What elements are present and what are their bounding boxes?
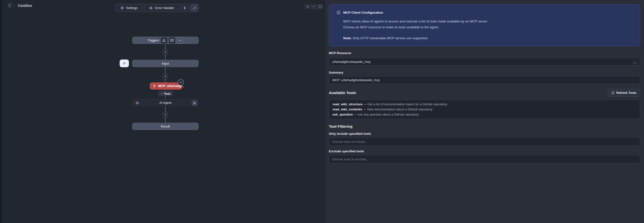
- error-handler-button[interactable]: Error Handler: [144, 4, 179, 11]
- magic-wand-button[interactable]: [190, 4, 198, 11]
- tool-row: read_wiki_structure — Get a list of docu…: [332, 102, 636, 107]
- tool-name: ask_question: [332, 113, 353, 116]
- add-step-button-3[interactable]: +: [162, 112, 168, 117]
- add-trigger-button[interactable]: +: [177, 37, 183, 44]
- add-tool-label: Tool: [164, 92, 170, 96]
- zoom-out-button[interactable]: −: [311, 4, 317, 9]
- run-flow-button[interactable]: [120, 59, 129, 67]
- node-result-label: Result: [161, 125, 170, 128]
- mcp-config-panel: MCP Client Configuration MCP clients all…: [324, 0, 644, 223]
- add-step-button-1[interactable]: +: [162, 49, 168, 55]
- node-result[interactable]: Result: [132, 123, 199, 130]
- connector-line: [165, 106, 166, 112]
- tool-description: — Ask any question about a GitHub reposi…: [353, 113, 419, 116]
- include-tools-input[interactable]: [329, 137, 640, 146]
- tool-row: read_wiki_contents — View documentation …: [332, 107, 636, 112]
- collapsed-sidebar[interactable]: [0, 0, 3, 223]
- email-trigger-icon[interactable]: [169, 37, 175, 44]
- exclude-tools-label: Exclude specified tools: [329, 149, 640, 153]
- plus-icon: +: [161, 92, 163, 96]
- exclude-tools-input[interactable]: [329, 155, 640, 163]
- node-input[interactable]: Input: [132, 60, 199, 67]
- mcp-resource-label: MCP Resource: [329, 51, 640, 55]
- summary-input[interactable]: [329, 76, 640, 84]
- tool-filtering-title: Tool Filtering: [329, 124, 640, 129]
- refresh-tools-button[interactable]: Refresh Tools: [608, 89, 640, 97]
- available-tools-title: Available Tools: [329, 91, 356, 95]
- robot-icon: [135, 99, 140, 106]
- connector-line: [165, 67, 166, 74]
- mcp-resource-input[interactable]: [329, 58, 640, 66]
- fit-view-icon[interactable]: [317, 4, 323, 9]
- info-icon: [336, 10, 340, 15]
- zoom-controls: + −: [304, 4, 323, 9]
- add-tool-button[interactable]: + Tool: [158, 91, 173, 96]
- play-icon: [122, 61, 126, 65]
- settings-label: Settings: [126, 6, 138, 10]
- connector-line: [165, 117, 166, 123]
- flow-header: Dataflow: [7, 3, 32, 7]
- node-input-label: Input: [162, 62, 169, 65]
- dollar-label: $: [184, 6, 186, 10]
- flow-toggle[interactable]: [7, 3, 15, 7]
- node-triggers-label: Triggers: [148, 38, 159, 42]
- connector-line: [165, 79, 166, 82]
- canvas-toolbar: ⚙ Settings Error Handler $: [114, 3, 200, 13]
- add-step-button-2[interactable]: +: [162, 74, 168, 79]
- node-ai-agent-label: AI Agent: [160, 101, 172, 105]
- info-note: Note: Only HTTP streamable MCP servers a…: [343, 36, 632, 40]
- flow-canvas[interactable]: Dataflow ⚙ Settings Error Handler $: [3, 0, 324, 223]
- agent-variable-badge: a: [192, 100, 197, 106]
- note-label: Note:: [343, 36, 352, 40]
- dollar-button[interactable]: $: [181, 4, 188, 11]
- info-line-1: MCP clients allow AI agents to access an…: [343, 18, 632, 24]
- plug-icon: [152, 84, 156, 88]
- node-mcp-tool[interactable]: MCP: u/farhadgl...: [150, 82, 182, 90]
- mcp-info-box: MCP Client Configuration MCP clients all…: [329, 4, 640, 46]
- tool-description: — View documentation about a GitHub repo…: [362, 107, 432, 111]
- error-handler-label: Error Handler: [155, 6, 174, 10]
- node-ai-agent[interactable]: AI Agent a: [132, 99, 199, 106]
- available-tools-list: read_wiki_structure — Get a list of docu…: [329, 100, 640, 119]
- settings-button[interactable]: ⚙ Settings: [116, 4, 142, 11]
- toggle-knob: [8, 4, 11, 7]
- wand-sparkles-icon: [192, 6, 196, 10]
- zoom-in-button[interactable]: +: [305, 4, 310, 9]
- flow-title: Dataflow: [18, 3, 32, 7]
- info-line-2: Choose an MCP resource to make its tools…: [343, 24, 632, 30]
- tool-name: read_wiki_structure: [332, 102, 362, 106]
- webhook-trigger-icon[interactable]: [161, 37, 167, 44]
- tool-description: — Get a list of documentation topics for…: [362, 102, 447, 106]
- note-text: Only HTTP streamable MCP servers are sup…: [352, 36, 428, 40]
- info-title: MCP Client Configuration: [343, 11, 383, 14]
- node-triggers[interactable]: Triggers +: [132, 36, 199, 44]
- connector-line: [165, 96, 166, 99]
- include-tools-label: Only include specified tools: [329, 132, 640, 136]
- app-window: Dataflow ⚙ Settings Error Handler $: [0, 0, 644, 223]
- summary-label: Summary: [329, 71, 640, 74]
- connector-line: [165, 44, 166, 49]
- gear-icon: ⚙: [120, 6, 124, 10]
- tool-row: ask_question — Ask any question about a …: [332, 112, 636, 117]
- clear-resource-button[interactable]: ×: [632, 60, 638, 66]
- refresh-icon: [611, 91, 614, 95]
- refresh-tools-label: Refresh Tools: [616, 91, 636, 95]
- connector-line: [165, 55, 166, 60]
- tool-name: read_wiki_contents: [332, 107, 362, 111]
- remove-mcp-tool-button[interactable]: ×: [178, 79, 184, 86]
- bug-icon: [149, 6, 153, 10]
